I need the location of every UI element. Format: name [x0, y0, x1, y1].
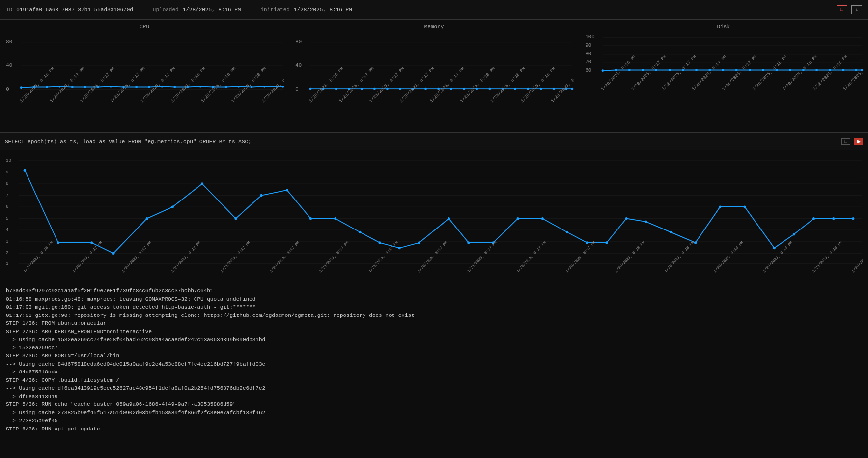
svg-text:1/28/2025, 8:16 PM: 1/28/2025, 8:16 PM [308, 66, 345, 104]
svg-point-94 [735, 69, 738, 71]
svg-text:5: 5 [6, 216, 8, 221]
log-line: STEP 5/36: RUN echo "cache buster 059a9a… [6, 401, 862, 409]
svg-point-6 [20, 86, 23, 89]
svg-point-150 [418, 241, 420, 244]
svg-text:1/28/2025, 8:18 PM: 1/28/2025, 8:18 PM [751, 55, 788, 92]
log-line: 01:17:03 gitx.go:90: repository is missi… [6, 312, 862, 320]
svg-point-8 [46, 86, 48, 88]
svg-point-143 [260, 194, 263, 197]
log-line: --> Using cache 273825b9ef45f517a51d0902… [6, 409, 862, 417]
cpu-chart-svg: 80 40 0 [5, 31, 284, 132]
svg-point-158 [605, 241, 608, 244]
log-line: STEP 3/36: ARG GOBIN=/usr/local/bin [6, 352, 862, 360]
memory-chart-svg: 80 40 0 [294, 31, 573, 132]
svg-text:1/28/2025, 8:18 PM: 1/28/2025, 8:18 PM [782, 55, 818, 92]
svg-point-54 [450, 88, 453, 90]
svg-point-15 [135, 86, 138, 88]
main-chart-area: 10 9 8 7 6 5 4 3 2 1 [5, 154, 863, 281]
svg-text:1/28/2025, 8:18 PM: 1/28/2025, 8:18 PM [664, 240, 695, 273]
svg-text:1/28/2025, 8:17 PM: 1/28/2025, 8:17 PM [369, 66, 406, 104]
svg-text:1/28/2025, 8:17 PM: 1/28/2025, 8:17 PM [721, 55, 758, 92]
svg-text:1/28/2025, 8:17 PM: 1/28/2025, 8:17 PM [110, 66, 146, 104]
svg-point-47 [361, 88, 363, 90]
memory-chart-title: Memory [294, 24, 573, 29]
disk-chart-panel: Disk 100 90 80 70 60 [579, 20, 868, 132]
svg-point-142 [234, 217, 237, 220]
svg-point-60 [527, 88, 530, 90]
svg-text:1/28/2025, 8:18 PM: 1/28/2025, 8:18 PM [713, 240, 744, 273]
svg-marker-114 [857, 140, 861, 143]
log-line: --> Using cache df6ea3413919c5ccd52627ac… [6, 384, 862, 393]
svg-point-160 [645, 220, 647, 223]
svg-text:80: 80 [585, 51, 591, 57]
svg-text:1/28/2025, 8:17 PM: 1/28/2025, 8:17 PM [49, 66, 86, 104]
header-icon-download[interactable]: ⇓ [851, 5, 862, 14]
svg-point-149 [398, 247, 401, 249]
disk-chart-svg: 100 90 80 70 60 [584, 31, 863, 132]
svg-text:60: 60 [585, 67, 591, 73]
svg-text:1/28/2025, 8:18 PM: 1/28/2025, 8:18 PM [851, 240, 863, 273]
svg-point-13 [110, 86, 112, 88]
svg-text:1/28/2025, 8:17 PM: 1/28/2025, 8:17 PM [399, 66, 436, 104]
svg-text:1/28/2025, 8:17 PM: 1/28/2025, 8:17 PM [661, 55, 698, 92]
svg-text:1/28/2025, 8:17 PM: 1/28/2025, 8:17 PM [269, 240, 300, 273]
header-initiated-field: initiated 1/28/2025, 8:16 PM [260, 7, 352, 13]
svg-text:9: 9 [6, 169, 8, 174]
log-line: --> 273825b9ef45 [6, 417, 862, 425]
header-uploaded-field: uploaded 1/28/2025, 8:16 PM [153, 7, 241, 13]
log-line: STEP 2/36: ARG DEBIAN_FRONTEND=nonintera… [6, 328, 862, 336]
log-line: 01:16:58 maxprocs.go:48: maxprocs: Leavi… [6, 295, 862, 304]
svg-point-165 [773, 247, 776, 249]
svg-point-91 [695, 69, 698, 71]
svg-point-163 [719, 205, 721, 208]
query-expand-button[interactable]: □ [841, 138, 850, 145]
svg-text:1/28/2025, 8:16 PM: 1/28/2025, 8:16 PM [19, 66, 56, 104]
svg-point-102 [842, 69, 844, 71]
header-icons: □ ⇓ [837, 5, 862, 14]
log-line: --> Using cache 84d675818cda6ed04de015a0… [6, 360, 862, 369]
svg-text:1/28/2025, 8:17 PM: 1/28/2025, 8:17 PM [79, 66, 116, 104]
svg-point-59 [514, 88, 517, 90]
svg-point-168 [832, 217, 835, 220]
svg-point-84 [601, 69, 604, 72]
svg-text:1/28/2025, 8:17 PM: 1/28/2025, 8:17 PM [220, 240, 251, 273]
svg-point-148 [379, 241, 381, 244]
svg-text:80: 80 [6, 39, 12, 45]
svg-point-159 [625, 217, 628, 220]
svg-point-157 [586, 241, 588, 244]
log-line: --> df6ea3413919 [6, 393, 862, 401]
svg-point-22 [225, 86, 227, 88]
log-area: b73adc43f9297c92c1a1af5f201f9e7e01f739fc… [0, 283, 868, 458]
svg-point-11 [84, 86, 86, 88]
svg-point-87 [642, 69, 644, 71]
svg-point-146 [334, 217, 336, 220]
svg-text:8: 8 [6, 181, 8, 186]
svg-point-50 [399, 88, 401, 90]
svg-point-93 [722, 69, 724, 71]
svg-text:1/28/2025, 8:17 PM: 1/28/2025, 8:17 PM [630, 55, 667, 92]
header-icon-square[interactable]: □ [837, 5, 847, 14]
cpu-chart-panel: CPU 80 40 0 [0, 20, 289, 132]
svg-point-16 [148, 86, 150, 88]
svg-text:1/28/2025, 8:17 PM: 1/28/2025, 8:17 PM [429, 66, 466, 104]
svg-text:1/28/2025, 8:16 PM: 1/28/2025, 8:16 PM [23, 240, 54, 273]
header-id-value: 0194afa0-6a63-7087-87b1-55ad3310670d [16, 7, 133, 13]
main-chart-panel: 10 9 8 7 6 5 4 3 2 1 [0, 150, 868, 283]
log-line: 01:17:03 mgit.go:160: git access token d… [6, 303, 862, 312]
svg-text:1/28/2025, 8:17 PM: 1/28/2025, 8:17 PM [691, 55, 728, 92]
svg-text:1: 1 [6, 261, 9, 266]
svg-text:1/28/2025, 8:18 PM: 1/28/2025, 8:18 PM [490, 66, 527, 104]
cpu-chart-area: 80 40 0 [5, 31, 284, 132]
svg-point-62 [553, 88, 555, 90]
memory-chart-panel: Memory 80 40 0 [289, 20, 579, 132]
svg-point-167 [812, 217, 815, 220]
svg-text:4: 4 [6, 227, 9, 232]
svg-point-98 [788, 69, 791, 71]
svg-point-135 [24, 169, 26, 171]
svg-point-138 [112, 252, 114, 255]
svg-point-154 [517, 217, 519, 220]
query-bar: SELECT epoch(ts) as ts, load as value FR… [0, 133, 868, 150]
query-execute-button[interactable] [854, 138, 863, 145]
header-bar: ID 0194afa0-6a63-7087-87b1-55ad3310670d … [0, 0, 868, 20]
svg-text:1/28/2025, 8:17 PM: 1/28/2025, 8:17 PM [318, 240, 349, 273]
